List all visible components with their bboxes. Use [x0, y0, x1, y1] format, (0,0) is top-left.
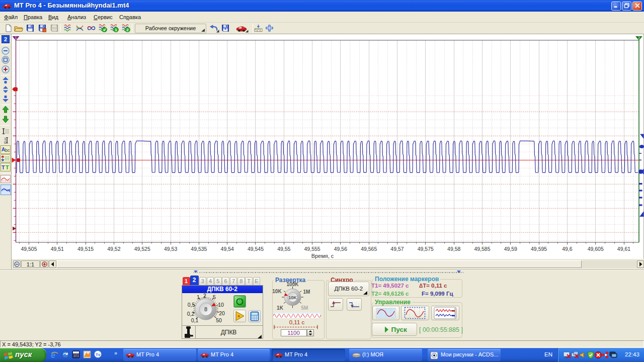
svg-text:49,525: 49,525	[134, 246, 150, 252]
svg-text:8: 8	[204, 306, 207, 312]
svg-text:49,61: 49,61	[617, 246, 630, 252]
svg-text:1: 1	[15, 36, 17, 40]
svg-text:371: 371	[73, 354, 79, 357]
svg-text:49,545: 49,545	[248, 246, 264, 252]
svg-text:49,555: 49,555	[304, 246, 320, 252]
svg-text:49,57: 49,57	[390, 246, 404, 252]
svg-text:2: 2	[126, 28, 129, 32]
svg-text:Т: Т	[2, 164, 5, 170]
svg-text:Tv: Tv	[96, 352, 101, 357]
svg-text:20: 20	[219, 310, 225, 316]
svg-text:49,51: 49,51	[51, 246, 64, 252]
svg-text:Время, с: Время, с	[311, 253, 334, 259]
svg-text:49,565: 49,565	[361, 246, 377, 252]
svg-text:x: x	[238, 314, 240, 318]
svg-text:0: 0	[4, 140, 7, 144]
svg-text:bc: bc	[5, 148, 10, 153]
svg-text:10: 10	[218, 302, 224, 308]
svg-text:5M: 5M	[301, 305, 308, 311]
svg-text:0,1: 0,1	[191, 317, 199, 323]
svg-text:0,5: 0,5	[188, 302, 195, 308]
svg-text:49,6: 49,6	[562, 246, 573, 252]
svg-text:49,53: 49,53	[164, 246, 177, 252]
svg-text:2: 2	[638, 36, 640, 40]
svg-text:49,595: 49,595	[531, 246, 547, 252]
svg-text:50: 50	[216, 317, 222, 323]
svg-text:49,575: 49,575	[418, 246, 434, 252]
svg-text:49,535: 49,535	[191, 246, 207, 252]
svg-text:49,505: 49,505	[21, 246, 37, 252]
svg-text:49,585: 49,585	[474, 246, 490, 252]
svg-text:49,54: 49,54	[221, 246, 234, 252]
svg-text:2: 2	[203, 293, 206, 299]
svg-text:49,56: 49,56	[334, 246, 347, 252]
svg-text:1K: 1K	[277, 305, 284, 311]
svg-text:100K: 100K	[287, 282, 299, 287]
svg-text:1: 1	[197, 294, 200, 300]
svg-text:49,59: 49,59	[504, 246, 517, 252]
svg-text:10K: 10K	[272, 289, 282, 294]
svg-text:49,605: 49,605	[588, 246, 604, 252]
svg-text:1: 1	[115, 28, 117, 32]
svg-text:5: 5	[213, 294, 216, 300]
svg-text:0,2: 0,2	[187, 311, 195, 317]
svg-text:Т: Т	[6, 164, 9, 170]
svg-text:10K: 10K	[288, 295, 297, 300]
svg-text:49,55: 49,55	[277, 246, 290, 252]
svg-text:49,52: 49,52	[107, 246, 120, 252]
svg-text:49,58: 49,58	[447, 246, 460, 252]
svg-text:49,515: 49,515	[77, 246, 94, 252]
svg-text:1M: 1M	[303, 289, 310, 295]
